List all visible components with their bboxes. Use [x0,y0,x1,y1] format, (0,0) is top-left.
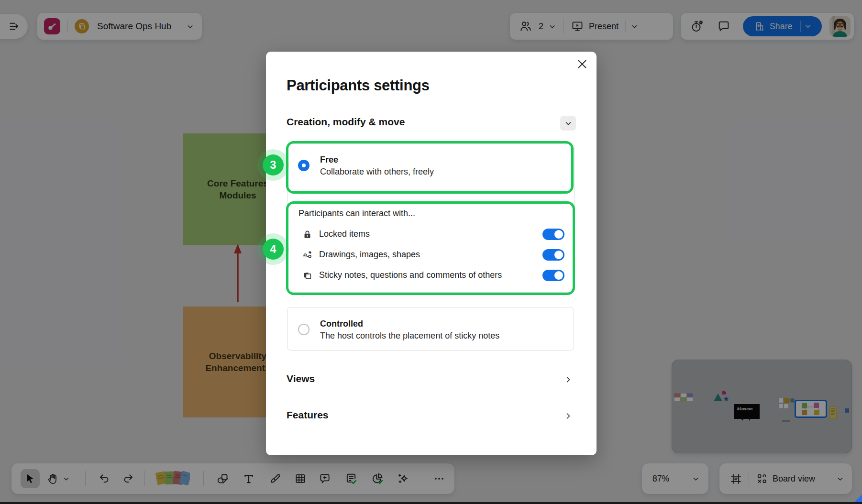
chevron-right-icon [564,411,573,421]
dialog-title: Participants settings [287,77,430,94]
annotation-badge-4: 4 [263,239,284,260]
interact-label: Sticky notes, questions and comments of … [319,270,502,280]
section-collapse-button[interactable] [560,116,576,131]
interact-label: Locked items [319,229,370,239]
option-description: The host controls the placement of stick… [320,331,499,341]
chevron-down-icon [564,119,573,128]
radio-unselected[interactable] [298,324,309,335]
option-controlled[interactable]: Controlled The host controls the placeme… [287,307,574,351]
annotation-badge-3: 3 [263,154,284,175]
window-edge [0,502,862,504]
chevron-right-icon [564,375,573,384]
interact-label: Drawings, images, shapes [319,250,420,260]
option-name: Free [320,155,338,165]
collaborator-cursor [851,493,862,502]
participants-settings-dialog: Participants settings Creation, modify &… [266,52,597,455]
toggle-locked-items[interactable] [542,229,564,240]
radio-selected[interactable] [298,160,309,171]
lock-icon [302,229,313,240]
sticky-notes-icon [302,270,313,281]
option-group: Free Collaborate with others, freely Par… [287,143,575,293]
views-label: Views [287,373,315,384]
option-name: Controlled [320,319,363,329]
toggle-sticky-notes[interactable] [542,270,564,281]
option-description: Collaborate with others, freely [320,167,434,177]
section-heading: Creation, modify & move [287,116,405,128]
drawing-icon [302,250,313,261]
close-icon[interactable] [576,58,588,70]
interact-heading: Participants can interact with... [298,208,415,219]
features-label: Features [287,409,329,421]
toggle-drawings[interactable] [542,249,564,261]
